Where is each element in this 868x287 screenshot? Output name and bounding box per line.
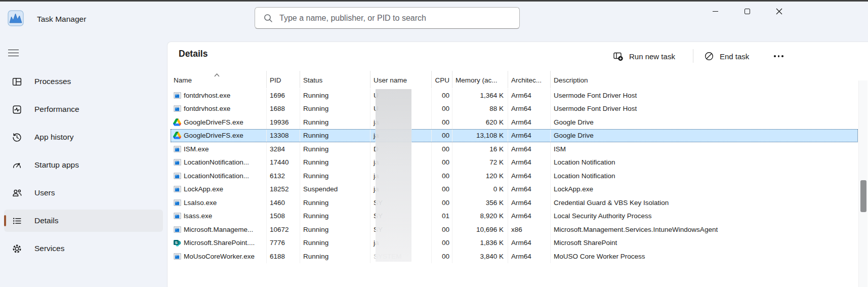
cell-description: Microsoft SharePoint [551, 236, 858, 250]
cell-memory: 88 K [452, 102, 508, 116]
window-title: Task Manager [37, 15, 86, 24]
cell-description: MoUSO Core Worker Process [551, 250, 858, 263]
details-panel: Details Run new task End task Name PID [167, 42, 868, 287]
vertical-scrollbar[interactable] [858, 80, 867, 287]
table-row[interactable]: LockApp.exe 18252 Suspended ja 00 0 K Ar… [171, 183, 858, 196]
table-body: fontdrvhost.exe 1696 Running U 00 1,364 … [171, 89, 858, 263]
process-name: GoogleDriveFS.exe [184, 118, 243, 126]
sidebar-nav: Processes Performance App history [0, 70, 167, 265]
cell-pid: 7776 [267, 236, 300, 250]
table-row[interactable]: S Microsoft.SharePoint.... 7776 Running … [171, 236, 858, 250]
cell-cpu: 01 [432, 210, 452, 223]
process-icon [173, 132, 181, 140]
cell-status: Running [300, 223, 370, 236]
run-new-task-label: Run new task [629, 52, 675, 61]
cell-description: Usermode Font Driver Host [551, 102, 858, 116]
run-new-task-icon [613, 51, 624, 62]
table-row[interactable]: ISM.exe 3284 Running D 00 16 K Arm64 ISM [171, 142, 858, 156]
exe-icon [174, 226, 181, 233]
process-icon: S [173, 239, 181, 247]
cell-name: GoogleDriveFS.exe [171, 115, 267, 129]
table-row[interactable]: LsaIso.exe 1460 Running SY 00 356 K Arm6… [171, 196, 858, 210]
column-header-description[interactable]: Description [551, 71, 858, 88]
column-header-cpu[interactable]: CPU [432, 71, 452, 88]
cell-architecture: Arm64 [508, 129, 551, 143]
process-icon [173, 185, 181, 193]
column-header-architecture[interactable]: Architec... [508, 71, 551, 88]
process-name: GoogleDriveFS.exe [184, 132, 243, 139]
exe-icon [174, 92, 181, 99]
column-header-memory[interactable]: Memory (ac... [452, 71, 508, 88]
cell-description: Location Notification [551, 156, 858, 170]
cell-memory: 120 K [452, 169, 508, 183]
table-row[interactable]: LocationNotification... 17440 Running ja… [171, 156, 858, 170]
scrollbar-thumb[interactable] [860, 180, 866, 212]
google-drive-icon [173, 132, 181, 139]
users-icon [11, 187, 22, 198]
cell-name: LsaIso.exe [171, 196, 267, 210]
services-icon [11, 243, 22, 254]
cell-architecture: Arm64 [508, 236, 551, 250]
cell-pid: 3284 [267, 142, 300, 156]
app-logo-icon [8, 10, 24, 26]
process-name: LockApp.exe [184, 185, 223, 193]
table-row[interactable]: fontdrvhost.exe 1696 Running U 00 1,364 … [171, 89, 858, 102]
sidebar-item-processes[interactable]: Processes [4, 70, 163, 93]
table-row[interactable]: MoUsoCoreWorker.exe 6188 Running SYSTEM … [171, 250, 858, 263]
cell-name: S Microsoft.SharePoint.... [171, 236, 267, 250]
column-header-name[interactable]: Name [171, 71, 267, 88]
close-button[interactable] [767, 3, 791, 20]
cell-description: Location Notification [551, 169, 858, 183]
sidebar-item-startup-apps[interactable]: Startup apps [4, 154, 163, 176]
run-new-task-button[interactable]: Run new task [610, 47, 678, 65]
process-icon [173, 198, 181, 207]
maximize-button[interactable] [735, 3, 759, 20]
sidebar-item-services[interactable]: Services [4, 237, 163, 260]
cell-status: Running [300, 156, 370, 170]
cell-architecture: Arm64 [508, 210, 551, 223]
more-options-icon [774, 55, 776, 57]
column-header-user-name[interactable]: User name [370, 71, 432, 88]
table-row[interactable]: LocationNotification... 6132 Running ja … [171, 169, 858, 183]
table-row[interactable]: Microsoft.Manageme... 10672 Running SY 0… [171, 223, 858, 236]
cell-name: lsass.exe [171, 210, 267, 223]
table-row[interactable]: GoogleDriveFS.exe 19936 Running ja 00 62… [171, 115, 858, 129]
search-input[interactable] [255, 8, 519, 28]
more-options-button[interactable] [770, 49, 788, 63]
table-row[interactable]: lsass.exe 1508 Running SY 01 8,920 K Arm… [171, 210, 858, 223]
search-box[interactable] [255, 7, 520, 29]
cell-memory: 13,108 K [452, 129, 508, 143]
table-row[interactable]: GoogleDriveFS.exe 13308 Running ja 00 13… [171, 129, 858, 143]
cell-pid: 6132 [267, 169, 300, 183]
sidebar-item-label: Startup apps [34, 160, 79, 170]
cell-description: Usermode Font Driver Host [551, 89, 858, 102]
process-name: ISM.exe [184, 145, 209, 153]
cell-status: Running [300, 89, 370, 102]
performance-icon [11, 104, 22, 115]
process-icon [173, 252, 181, 260]
end-task-button[interactable]: End task [701, 47, 752, 65]
cell-cpu: 00 [432, 102, 452, 116]
redaction-blur [376, 89, 411, 262]
process-icon [173, 118, 181, 126]
column-header-pid[interactable]: PID [267, 71, 300, 88]
cell-status: Running [300, 142, 370, 156]
cell-status: Running [300, 129, 370, 143]
sort-asc-icon [214, 73, 220, 77]
sidebar-item-label: App history [34, 133, 74, 142]
sidebar-item-performance[interactable]: Performance [4, 98, 163, 120]
table-row[interactable]: fontdrvhost.exe 1688 Running U 00 88 K A… [171, 102, 858, 116]
sidebar-item-app-history[interactable]: App history [4, 126, 163, 148]
column-header-status[interactable]: Status [300, 71, 370, 88]
navigation-menu-button[interactable] [8, 45, 23, 60]
cell-description: Credential Guard & VBS Key Isolation [551, 196, 858, 210]
sidebar-item-users[interactable]: Users [4, 182, 163, 204]
cell-status: Running [300, 196, 370, 210]
minimize-button[interactable] [704, 3, 727, 20]
sidebar-item-details[interactable]: Details [4, 210, 163, 232]
cell-pid: 19936 [267, 115, 300, 129]
process-name: LocationNotification... [184, 172, 249, 180]
cell-status: Running [300, 115, 370, 129]
process-icon [173, 158, 181, 167]
cell-name: fontdrvhost.exe [171, 102, 267, 116]
